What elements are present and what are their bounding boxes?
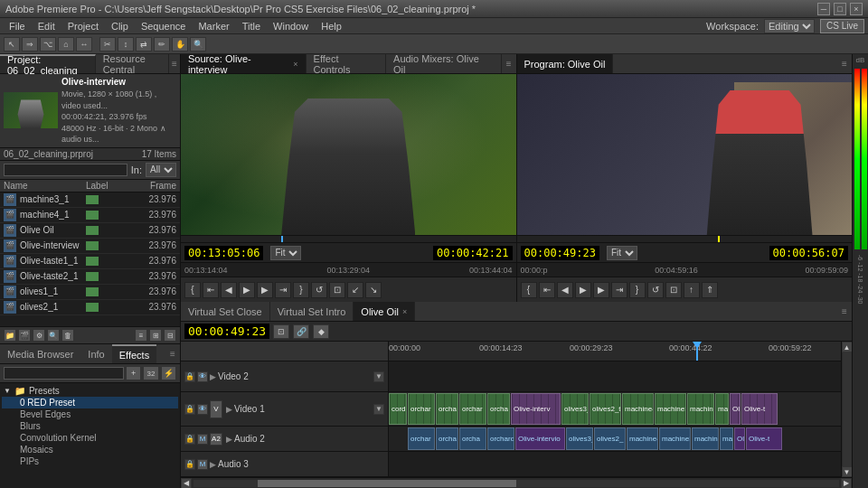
tab-audio-mixer[interactable]: Audio Mixers: Olive Oil xyxy=(386,54,502,73)
tool-zoom[interactable]: 🔍 xyxy=(190,37,206,52)
32bit-button[interactable]: 32 xyxy=(143,366,158,380)
menu-sequence[interactable]: Sequence xyxy=(136,19,192,33)
timeline-tab-close[interactable]: × xyxy=(402,307,407,316)
timeline-clip[interactable]: orcha c xyxy=(487,393,510,425)
timeline-clip[interactable]: orcha xyxy=(436,393,458,425)
timeline-clip[interactable]: Olive-t xyxy=(741,393,778,425)
program-lift[interactable]: ↑ xyxy=(684,282,700,298)
search-in-select[interactable]: All xyxy=(146,163,176,177)
audio2-expander[interactable]: ▶ xyxy=(226,435,232,444)
program-mark-out[interactable]: } xyxy=(629,282,646,298)
source-go-out[interactable]: ⇥ xyxy=(275,282,291,298)
program-fit-select[interactable]: Fit xyxy=(607,246,637,260)
video2-expander[interactable]: ▶ xyxy=(210,372,216,381)
program-safe[interactable]: ⊡ xyxy=(665,282,682,298)
file-item[interactable]: 🎬 machine3_1 23.976 xyxy=(0,192,180,208)
source-timecode-in[interactable]: 00:13:05:06 xyxy=(184,246,263,260)
freeform-view-button[interactable]: ⊟ xyxy=(164,329,176,342)
tab-virtual-set-intro[interactable]: Virtual Set Intro xyxy=(270,302,354,321)
menu-marker[interactable]: Marker xyxy=(193,19,234,33)
file-item[interactable]: 🎬 Olive Oil 23.976 xyxy=(0,223,180,239)
accel-button[interactable]: ⚡ xyxy=(161,366,176,380)
timeline-clip[interactable]: machine4_ xyxy=(622,393,654,425)
tool-rate[interactable]: ↔ xyxy=(76,37,92,52)
program-timecode-in[interactable]: 00:00:49:23 xyxy=(521,246,599,260)
menu-title[interactable]: Title xyxy=(237,19,266,33)
source-mark-out[interactable]: } xyxy=(293,282,309,298)
program-panel-menu[interactable]: ≡ xyxy=(837,57,852,71)
timeline-clip[interactable]: machine3_ xyxy=(655,393,686,425)
tool-track-select[interactable]: ⇒ xyxy=(22,37,38,52)
audio-clip[interactable]: Oliv xyxy=(734,427,745,450)
video1-vis[interactable]: 👁 xyxy=(197,404,208,415)
file-item[interactable]: 🎬 machine4_1 23.976 xyxy=(0,208,180,223)
source-timecode-out[interactable]: 00:00:42:21 xyxy=(433,246,512,260)
menu-window[interactable]: Window xyxy=(268,19,314,33)
video1-height[interactable]: ▼ xyxy=(373,404,384,415)
audio-clip[interactable]: Olive-intervio xyxy=(515,427,565,450)
timeline-panel-menu[interactable]: ≡ xyxy=(837,305,852,319)
hscroll-left[interactable]: ◀ xyxy=(181,478,192,489)
file-item[interactable]: 🎬 Olive-interview 23.976 xyxy=(0,239,180,254)
audio3-vis[interactable]: M xyxy=(197,459,208,470)
tab-program[interactable]: Program: Olive Oil xyxy=(517,54,614,73)
file-item[interactable]: 🎬 olives1_1 23.976 xyxy=(0,285,180,300)
icon-view-button[interactable]: ⊞ xyxy=(149,329,162,342)
tool-slip[interactable]: ↕ xyxy=(118,37,134,52)
menu-help[interactable]: Help xyxy=(316,19,347,33)
search-input[interactable] xyxy=(4,164,127,176)
source-safe[interactable]: ⊡ xyxy=(329,282,345,298)
tool-hand[interactable]: ✋ xyxy=(172,37,188,52)
tab-source[interactable]: Source: Olive-interview × xyxy=(181,54,307,73)
effect-item-convolution-kernel[interactable]: Convolution Kernel xyxy=(2,432,178,444)
program-mark-in[interactable]: { xyxy=(521,282,537,298)
effect-item-bevel-edges[interactable]: Bevel Edges xyxy=(2,408,178,420)
timeline-clip[interactable]: orchar xyxy=(459,393,486,425)
file-item[interactable]: 🎬 Olive-taste1_1 23.976 xyxy=(0,254,180,269)
audio-clip[interactable]: olives3_ xyxy=(566,427,593,450)
source-fit-select[interactable]: Fit xyxy=(270,246,301,260)
tl-snap-button[interactable]: ⊡ xyxy=(273,324,289,339)
tab-effects[interactable]: Effects xyxy=(112,344,156,363)
maximize-button[interactable]: □ xyxy=(834,3,846,15)
video2-height[interactable]: ▼ xyxy=(373,371,384,382)
timeline-clip[interactable]: machine1 xyxy=(687,393,714,425)
list-view-button[interactable]: ≡ xyxy=(135,329,147,342)
audio-clip[interactable]: orchar xyxy=(408,427,435,450)
new-custom-bin-button[interactable]: + xyxy=(126,366,141,380)
menu-clip[interactable]: Clip xyxy=(106,19,134,33)
timeline-clip[interactable]: olives3_ xyxy=(561,393,589,425)
timeline-clip[interactable]: Olive-interv xyxy=(511,393,561,425)
file-list[interactable]: Name Label Frame 🎬 machine3_1 23.976 🎬 m… xyxy=(0,180,180,326)
panel-menu-button[interactable]: ≡ xyxy=(169,57,180,71)
source-play[interactable]: ▶ xyxy=(239,282,255,298)
video1-sync-indicator[interactable]: V xyxy=(210,400,222,418)
effects-menu-button[interactable]: ≡ xyxy=(165,347,180,361)
close-button[interactable]: × xyxy=(850,3,863,15)
audio3-lock[interactable]: 🔒 xyxy=(184,459,195,470)
delete-button[interactable]: 🗑 xyxy=(61,329,74,342)
timeline-current-timecode[interactable]: 00:00:49:23 xyxy=(184,324,269,339)
source-step-back[interactable]: ◀ xyxy=(221,282,237,298)
video2-lock[interactable]: 🔒 xyxy=(184,371,195,382)
source-mark-in[interactable]: { xyxy=(184,282,201,298)
tool-selection[interactable]: ↖ xyxy=(4,37,20,52)
source-scrub-bar[interactable] xyxy=(181,235,516,242)
effect-item-pips[interactable]: PIPs xyxy=(2,455,178,467)
vscroll-up[interactable]: ▲ xyxy=(842,342,853,352)
program-step-fwd[interactable]: ▶ xyxy=(593,282,609,298)
effect-item-mosaics[interactable]: Mosaics xyxy=(2,444,178,455)
program-step-back[interactable]: ◀ xyxy=(557,282,573,298)
video1-lock[interactable]: 🔒 xyxy=(184,404,195,415)
tab-resource-central[interactable]: Resource Central xyxy=(96,54,169,73)
program-loop[interactable]: ↺ xyxy=(647,282,664,298)
tab-project[interactable]: Project: 06_02_cleaning xyxy=(0,54,96,73)
audio-clip[interactable]: orcha xyxy=(459,427,486,450)
audio-clip[interactable]: machine4_ xyxy=(627,427,658,450)
tab-virtual-set-close[interactable]: Virtual Set Close xyxy=(181,302,270,321)
audio2-lock[interactable]: 🔒 xyxy=(184,434,195,445)
audio3-expander[interactable]: ▶ xyxy=(210,460,216,469)
vscroll-down[interactable]: ▼ xyxy=(842,466,853,477)
audio-clip[interactable]: machine1 xyxy=(692,427,719,450)
tool-razor[interactable]: ✂ xyxy=(99,37,116,52)
